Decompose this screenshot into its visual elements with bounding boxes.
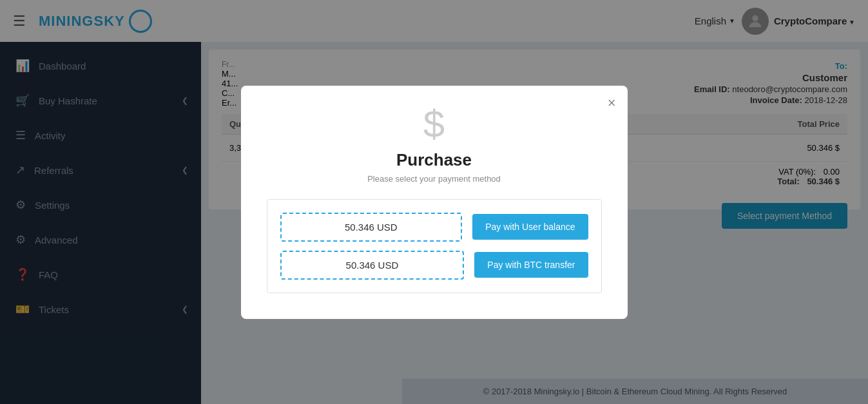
modal-subtitle: Please select your payment method (367, 174, 501, 184)
pay-user-balance-button[interactable]: Pay with User balance (472, 214, 588, 240)
modal-title: Purchase (396, 150, 472, 170)
payment-row-1: 50.346 USD Pay with User balance (280, 213, 588, 242)
dollar-icon: $ (423, 105, 445, 144)
amount-box-2: 50.346 USD (280, 251, 465, 280)
modal-body: 50.346 USD Pay with User balance 50.346 … (267, 199, 602, 293)
payment-row-2: 50.346 USD Pay with BTC transfer (280, 251, 588, 280)
pay-btc-transfer-button[interactable]: Pay with BTC transfer (474, 252, 588, 278)
modal-close-button[interactable]: × (608, 95, 616, 111)
purchase-modal: × $ Purchase Please select your payment … (241, 86, 628, 319)
amount-box-1: 50.346 USD (280, 213, 463, 242)
